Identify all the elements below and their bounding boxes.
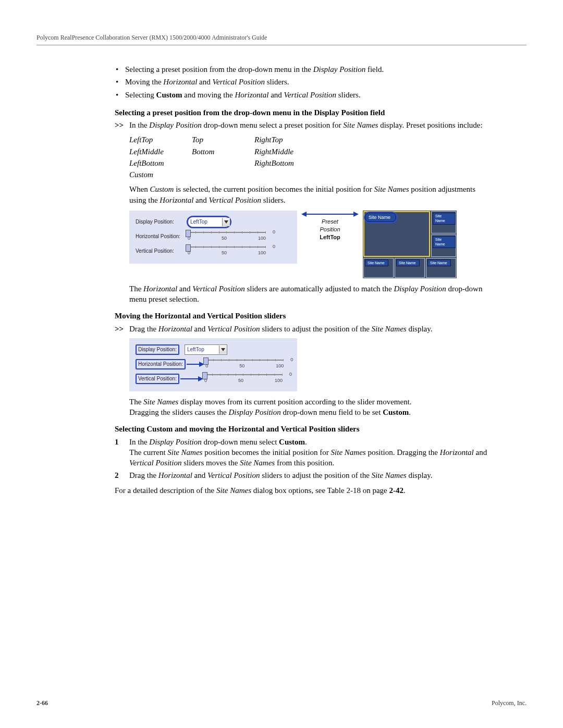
svg-marker-0 xyxy=(224,220,228,224)
arrow-icon xyxy=(301,211,359,218)
section-title-3: Selecting Custom and moving the Horizont… xyxy=(115,424,490,434)
doc-header: Polycom RealPresence Collaboration Serve… xyxy=(36,33,527,42)
layout-cell: Site Name xyxy=(395,258,425,278)
horizontal-position-label: Horizontal Position: xyxy=(136,359,186,369)
position-panel: Display Position: LeftTop Horizontal Pos… xyxy=(129,211,297,264)
page-footer: 2-66 Polycom, Inc. xyxy=(36,699,527,707)
arrow-right-icon xyxy=(187,361,204,367)
company-name: Polycom, Inc. xyxy=(492,699,527,707)
horizontal-position-slider[interactable]: 050100 0 xyxy=(205,357,284,371)
step-number: 1 xyxy=(115,437,129,468)
figure-annotation: Preset Position LeftTop xyxy=(301,211,359,241)
section1-para3: The Horizontal and Vertical Position sli… xyxy=(129,283,490,305)
section2-lead: Drag the Horizontal and Vertical Positio… xyxy=(129,324,490,334)
preset-table: LeftTopLeftMiddleLeftBottomCustom TopBot… xyxy=(129,134,490,181)
header-rule xyxy=(36,45,527,45)
section-title-2: Moving the Horizontal and Vertical Posit… xyxy=(115,311,490,321)
display-position-dropdown[interactable]: LeftTop xyxy=(185,344,227,355)
final-cross-ref: For a detailed description of the Site N… xyxy=(115,485,490,496)
display-position-label: Display Position: xyxy=(136,218,188,226)
layout-cell: Site Name xyxy=(431,211,456,233)
step1-text: In the Display Position drop-down menu s… xyxy=(129,437,490,447)
step-marker: >> xyxy=(115,120,129,130)
intro-bullet: Selecting Custom and moving the Horizont… xyxy=(115,90,490,100)
svg-marker-3 xyxy=(353,212,359,217)
layout-cell: Site Name xyxy=(431,235,456,257)
intro-bullet: Selecting a preset position from the dro… xyxy=(115,64,490,75)
horizontal-position-label: Horizontal Position: xyxy=(136,233,188,240)
site-name-tag: Site Name xyxy=(365,213,396,222)
vertical-position-label: Vertical Position: xyxy=(136,248,188,255)
horizontal-position-slider[interactable]: 050100 0 xyxy=(188,230,266,243)
figure-preset-selection: Display Position: LeftTop Horizontal Pos… xyxy=(129,211,490,278)
chevron-down-icon[interactable] xyxy=(219,346,227,354)
svg-marker-2 xyxy=(301,212,307,217)
position-panel-2: Display Position: LeftTop Horizontal Pos… xyxy=(129,338,297,391)
layout-cell: Site Name xyxy=(363,258,394,278)
section-title-1: Selecting a preset position from the dro… xyxy=(115,107,490,118)
display-position-label: Display Position: xyxy=(136,344,179,355)
section1-lead: In the Display Position drop-down menu s… xyxy=(129,120,490,130)
layout-cell: Site Name xyxy=(426,258,456,278)
svg-marker-4 xyxy=(221,348,225,351)
section2-para3: Dragging the sliders causes the Display … xyxy=(129,407,490,417)
section1-para2: When Custom is selected, the current pos… xyxy=(129,184,490,205)
step-number: 2 xyxy=(115,470,129,480)
intro-bullet: Moving the Horizontal and Vertical Posit… xyxy=(115,77,490,87)
vertical-position-label: Vertical Position: xyxy=(136,374,179,384)
chevron-down-icon[interactable] xyxy=(222,218,230,226)
step2-text: Drag the Horizontal and Vertical Positio… xyxy=(129,470,490,480)
intro-bullet-list: Selecting a preset position from the dro… xyxy=(115,64,490,100)
display-position-dropdown[interactable]: LeftTop xyxy=(188,217,230,227)
video-layout-preview: Site Name Site Name Site Name Site Name … xyxy=(363,211,457,278)
display-position-value: LeftTop xyxy=(188,218,222,226)
vertical-position-slider[interactable]: 050100 0 xyxy=(188,244,266,258)
page-link[interactable]: 2-42 xyxy=(389,486,404,495)
page-number: 2-66 xyxy=(36,699,48,707)
step-marker: >> xyxy=(115,324,129,418)
layout-cell-main: Site Name xyxy=(363,211,430,257)
vertical-position-slider[interactable]: 050100 0 xyxy=(204,372,283,386)
section2-para2: The Site Names display moves from its cu… xyxy=(129,397,490,407)
arrow-right-icon xyxy=(180,376,203,382)
step1-para2: The current Site Names position becomes … xyxy=(129,447,490,468)
